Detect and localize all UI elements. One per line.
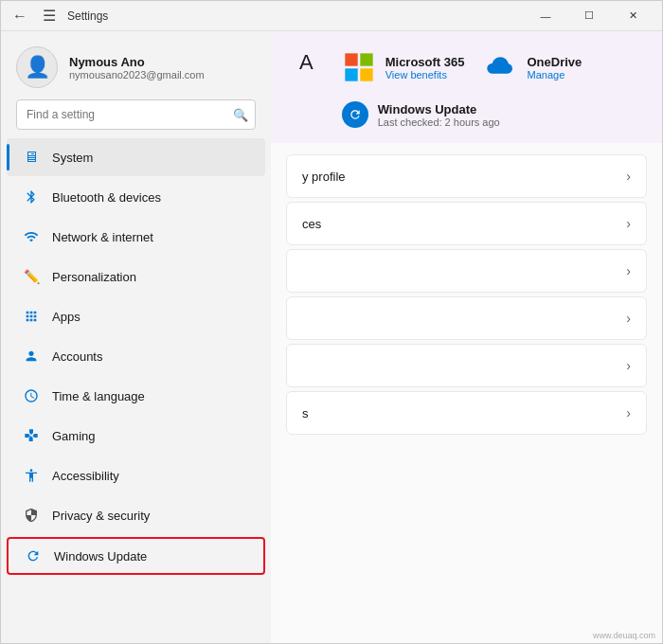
svg-rect-3 <box>360 68 372 80</box>
network-icon <box>22 227 41 246</box>
system-icon: 🖥 <box>22 148 41 167</box>
user-section[interactable]: 👤 Nymous Ano nymousano2023@gmail.com <box>1 31 271 99</box>
settings-list: y profile › ces › › <box>271 143 662 446</box>
windows-update-status-sub: Last checked: 2 hours ago <box>378 116 500 128</box>
minimize-button[interactable]: — <box>524 1 567 31</box>
sidebar-item-privacy[interactable]: Privacy & security <box>7 496 265 534</box>
avatar-icon: 👤 <box>25 55 50 80</box>
avatar: 👤 <box>16 46 58 88</box>
sidebar-item-label: Network & internet <box>52 230 153 244</box>
microsoft365-info: Microsoft 365 View benefits <box>385 55 465 80</box>
windows-update-status-card[interactable]: Windows Update Last checked: 2 hours ago <box>342 98 582 132</box>
settings-item-title: s <box>302 406 309 420</box>
settings-item-left: ces <box>302 217 321 231</box>
bluetooth-icon <box>22 188 41 206</box>
onedrive-info: OneDrive Manage <box>528 55 582 80</box>
sidebar-item-apps[interactable]: Apps <box>7 297 265 335</box>
sidebar-item-label: Apps <box>52 310 81 324</box>
windows-update-status-icon <box>342 101 368 128</box>
time-icon <box>22 386 41 405</box>
onedrive-icon <box>484 50 518 84</box>
privacy-icon <box>22 506 41 525</box>
chevron-icon: › <box>626 216 631 231</box>
settings-item-left: y profile <box>302 170 346 184</box>
personalization-icon: ✏️ <box>22 267 41 286</box>
onedrive-title: OneDrive <box>528 55 582 69</box>
settings-item-4[interactable]: › <box>286 296 647 340</box>
accessibility-icon <box>22 466 41 485</box>
sidebar-item-label: Accessibility <box>52 469 119 483</box>
sidebar-item-label: Gaming <box>52 429 96 443</box>
panel-title: A <box>299 46 314 75</box>
settings-item-title: y profile <box>302 170 346 184</box>
onedrive-card[interactable]: OneDrive Manage <box>484 46 582 88</box>
sidebar-item-label: Windows Update <box>54 549 147 564</box>
main-content: 👤 Nymous Ano nymousano2023@gmail.com 🔍 🖥… <box>1 31 662 643</box>
window-controls: — ☐ ✕ <box>524 1 654 31</box>
windows-update-status-title: Windows Update <box>378 102 500 116</box>
sidebar-item-system[interactable]: 🖥 System <box>7 138 265 176</box>
microsoft365-title: Microsoft 365 <box>385 55 465 69</box>
windowsupdate-icon <box>24 546 43 565</box>
search-input[interactable] <box>16 99 256 130</box>
microsoft365-subtitle: View benefits <box>385 69 465 80</box>
svg-rect-0 <box>345 53 357 65</box>
search-icon: 🔍 <box>233 108 248 122</box>
settings-item-left: s <box>302 406 309 420</box>
window-title: Settings <box>67 9 108 23</box>
close-button[interactable]: ✕ <box>611 1 654 31</box>
sidebar-item-label: Time & language <box>52 389 145 403</box>
user-info: Nymous Ano nymousano2023@gmail.com <box>69 55 205 80</box>
right-panel: A <box>271 31 662 643</box>
chevron-icon: › <box>626 358 631 373</box>
sidebar-item-label: System <box>52 151 93 165</box>
top-cards-area: Microsoft 365 View benefits <box>342 46 582 132</box>
sidebar-item-label: Personalization <box>52 270 136 284</box>
sidebar-item-time[interactable]: Time & language <box>7 377 265 415</box>
sidebar-item-network[interactable]: Network & internet <box>7 218 265 256</box>
chevron-icon: › <box>626 263 631 278</box>
windows-update-status-info: Windows Update Last checked: 2 hours ago <box>378 102 500 128</box>
user-name: Nymous Ano <box>69 55 205 69</box>
sidebar-item-label: Accounts <box>52 349 102 364</box>
chevron-icon: › <box>626 311 631 326</box>
onedrive-subtitle: Manage <box>528 69 582 80</box>
settings-window: ← ☰ Settings — ☐ ✕ 👤 Nymous Ano nymousan… <box>0 0 663 644</box>
settings-item-title: ces <box>302 217 321 231</box>
microsoft365-card[interactable]: Microsoft 365 View benefits <box>342 46 465 88</box>
chevron-icon: › <box>626 169 631 184</box>
maximize-button[interactable]: ☐ <box>567 1 611 31</box>
settings-item-3[interactable]: › <box>286 249 647 293</box>
microsoft365-icon <box>342 50 376 84</box>
settings-item-5[interactable]: › <box>286 344 647 387</box>
sidebar-item-accessibility[interactable]: Accessibility <box>7 456 265 494</box>
svg-rect-1 <box>360 53 372 65</box>
sidebar-item-personalization[interactable]: ✏️ Personalization <box>7 258 265 295</box>
settings-item-6[interactable]: s › <box>286 391 647 435</box>
chevron-icon: › <box>626 405 631 420</box>
title-bar: ← ☰ Settings — ☐ ✕ <box>1 1 662 31</box>
sidebar: 👤 Nymous Ano nymousano2023@gmail.com 🔍 🖥… <box>1 31 271 643</box>
gaming-icon <box>22 426 41 445</box>
title-bar-left: ← ☰ Settings <box>9 3 524 28</box>
svg-rect-2 <box>345 68 357 80</box>
watermark: www.deuaq.com <box>593 631 655 640</box>
sidebar-item-bluetooth[interactable]: Bluetooth & devices <box>7 178 265 216</box>
back-button[interactable]: ← <box>9 4 31 28</box>
accounts-icon <box>22 347 41 366</box>
sidebar-item-label: Privacy & security <box>52 509 150 523</box>
settings-item-profile[interactable]: y profile › <box>286 154 647 198</box>
user-email: nymousano2023@gmail.com <box>69 69 205 80</box>
sidebar-item-label: Bluetooth & devices <box>52 190 161 205</box>
settings-item-devices[interactable]: ces › <box>286 202 647 245</box>
panel-top: A <box>271 31 662 143</box>
apps-icon <box>22 307 41 326</box>
sidebar-item-accounts[interactable]: Accounts <box>7 337 265 375</box>
sidebar-item-gaming[interactable]: Gaming <box>7 417 265 455</box>
sidebar-item-windowsupdate[interactable]: Windows Update <box>7 537 265 575</box>
search-box: 🔍 <box>16 99 256 130</box>
menu-button[interactable]: ☰ <box>39 3 60 28</box>
